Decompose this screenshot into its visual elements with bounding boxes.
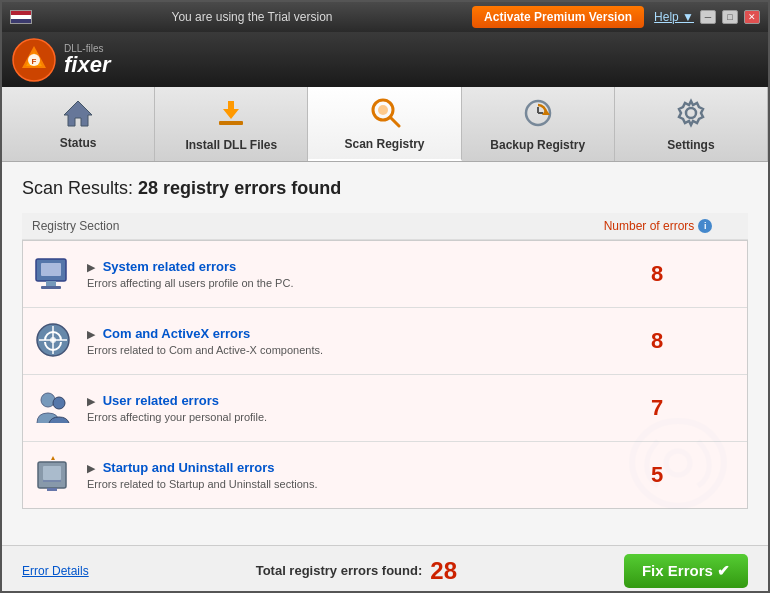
logo-area: F DLL-files fixer bbox=[12, 38, 110, 82]
activate-premium-button[interactable]: Activate Premium Version bbox=[472, 6, 644, 28]
error-details-link[interactable]: Error Details bbox=[22, 564, 89, 578]
tab-install-dll-label: Install DLL Files bbox=[185, 138, 277, 152]
row-arrow-activex: ▶ bbox=[87, 328, 95, 340]
help-link[interactable]: Help ▼ bbox=[654, 10, 694, 24]
nav-tabs: Status Install DLL Files Scan Registry bbox=[2, 87, 768, 162]
scroll-area[interactable]: ▶ System related errors Errors affecting… bbox=[22, 240, 748, 509]
row-desc-startup: Errors related to Startup and Uninstall … bbox=[87, 478, 577, 490]
table-header: Registry Section Number of errors i bbox=[22, 213, 748, 240]
tab-settings[interactable]: Settings bbox=[615, 87, 768, 161]
backup-icon bbox=[522, 97, 554, 134]
svg-rect-29 bbox=[43, 480, 61, 482]
minimize-button[interactable]: ─ bbox=[700, 10, 716, 24]
row-title-startup: ▶ Startup and Uninstall errors bbox=[87, 460, 577, 475]
app-logo-icon: F bbox=[12, 38, 56, 82]
svg-rect-19 bbox=[41, 286, 61, 289]
svg-marker-5 bbox=[64, 101, 92, 126]
row-desc-system: Errors affecting all users profile on th… bbox=[87, 277, 577, 289]
row-desc-activex: Errors related to Com and Active-X compo… bbox=[87, 344, 577, 356]
col-section-header: Registry Section bbox=[32, 219, 578, 233]
row-content-user: ▶ User related errors Errors affecting y… bbox=[87, 393, 577, 423]
startup-error-count: 5 bbox=[577, 462, 737, 488]
startup-errors-link[interactable]: Startup and Uninstall errors bbox=[103, 460, 275, 475]
svg-rect-28 bbox=[47, 488, 57, 491]
tab-install-dll[interactable]: Install DLL Files bbox=[155, 87, 308, 161]
activex-error-icon bbox=[33, 320, 75, 362]
svg-point-10 bbox=[378, 105, 388, 115]
system-errors-link[interactable]: System related errors bbox=[103, 259, 237, 274]
activex-errors-link[interactable]: Com and ActiveX errors bbox=[103, 326, 251, 341]
error-row-activex: ▶ Com and ActiveX errors Errors related … bbox=[23, 308, 747, 375]
startup-error-icon bbox=[33, 454, 75, 496]
error-row-startup: ▶ Startup and Uninstall errors Errors re… bbox=[23, 442, 747, 508]
scan-results-suffix: 28 registry errors found bbox=[138, 178, 341, 198]
row-title-user: ▶ User related errors bbox=[87, 393, 577, 408]
row-arrow-user: ▶ bbox=[87, 395, 95, 407]
flag-icon bbox=[10, 10, 32, 24]
scan-results-prefix: Scan Results: bbox=[22, 178, 133, 198]
system-error-icon bbox=[33, 253, 75, 295]
total-errors-label: Total registry errors found: bbox=[256, 563, 423, 578]
user-error-icon bbox=[33, 387, 75, 429]
bottom-bar: Error Details Total registry errors foun… bbox=[2, 545, 768, 593]
row-title-activex: ▶ Com and ActiveX errors bbox=[87, 326, 577, 341]
logo-text: DLL-files fixer bbox=[64, 44, 110, 76]
tab-backup-registry-label: Backup Registry bbox=[490, 138, 585, 152]
svg-rect-27 bbox=[43, 466, 61, 480]
col-errors-header: Number of errors i bbox=[578, 219, 738, 233]
total-errors-count: 28 bbox=[430, 557, 457, 585]
app-header: F DLL-files fixer bbox=[2, 32, 768, 87]
row-arrow-startup: ▶ bbox=[87, 462, 95, 474]
svg-marker-7 bbox=[223, 101, 239, 119]
tab-status-label: Status bbox=[60, 136, 97, 150]
svg-rect-18 bbox=[46, 281, 56, 286]
row-arrow-system: ▶ bbox=[87, 261, 95, 273]
fix-errors-button[interactable]: Fix Errors ✔ bbox=[624, 554, 748, 588]
main-content: Scan Results: 28 registry errors found R… bbox=[2, 162, 768, 545]
svg-marker-30 bbox=[51, 456, 55, 460]
tab-scan-registry-label: Scan Registry bbox=[344, 137, 424, 151]
logo-brand-bottom: fixer bbox=[64, 54, 110, 76]
row-title-system: ▶ System related errors bbox=[87, 259, 577, 274]
info-icon: i bbox=[698, 219, 712, 233]
scan-icon bbox=[369, 96, 401, 133]
title-bar-left: You are using the Trial version Activate… bbox=[10, 6, 644, 28]
maximize-button[interactable]: □ bbox=[722, 10, 738, 24]
svg-point-25 bbox=[53, 397, 65, 409]
svg-rect-17 bbox=[41, 263, 61, 276]
svg-rect-6 bbox=[219, 121, 243, 125]
scroll-content: ▶ System related errors Errors affecting… bbox=[23, 241, 747, 508]
svg-line-9 bbox=[390, 117, 399, 126]
svg-text:F: F bbox=[32, 57, 37, 66]
user-error-count: 7 bbox=[577, 395, 737, 421]
user-errors-link[interactable]: User related errors bbox=[103, 393, 219, 408]
home-icon bbox=[62, 99, 94, 132]
scan-results-title: Scan Results: 28 registry errors found bbox=[22, 178, 748, 199]
row-content-startup: ▶ Startup and Uninstall errors Errors re… bbox=[87, 460, 577, 490]
title-bar: You are using the Trial version Activate… bbox=[2, 2, 768, 32]
tab-settings-label: Settings bbox=[667, 138, 714, 152]
row-desc-user: Errors affecting your personal profile. bbox=[87, 411, 577, 423]
error-row-system: ▶ System related errors Errors affecting… bbox=[23, 241, 747, 308]
error-row-user: ▶ User related errors Errors affecting y… bbox=[23, 375, 747, 442]
system-error-count: 8 bbox=[577, 261, 737, 287]
trial-text: You are using the Trial version bbox=[40, 10, 464, 24]
total-errors-area: Total registry errors found: 28 bbox=[256, 557, 457, 585]
settings-icon bbox=[675, 97, 707, 134]
title-bar-right: Help ▼ ─ □ ✕ bbox=[654, 10, 760, 24]
row-content-activex: ▶ Com and ActiveX errors Errors related … bbox=[87, 326, 577, 356]
tab-backup-registry[interactable]: Backup Registry bbox=[462, 87, 615, 161]
svg-point-23 bbox=[50, 337, 56, 343]
activex-error-count: 8 bbox=[577, 328, 737, 354]
download-icon bbox=[215, 97, 247, 134]
svg-point-15 bbox=[686, 108, 696, 118]
tab-status[interactable]: Status bbox=[2, 87, 155, 161]
row-content-system: ▶ System related errors Errors affecting… bbox=[87, 259, 577, 289]
close-button[interactable]: ✕ bbox=[744, 10, 760, 24]
tab-scan-registry[interactable]: Scan Registry bbox=[308, 87, 461, 161]
